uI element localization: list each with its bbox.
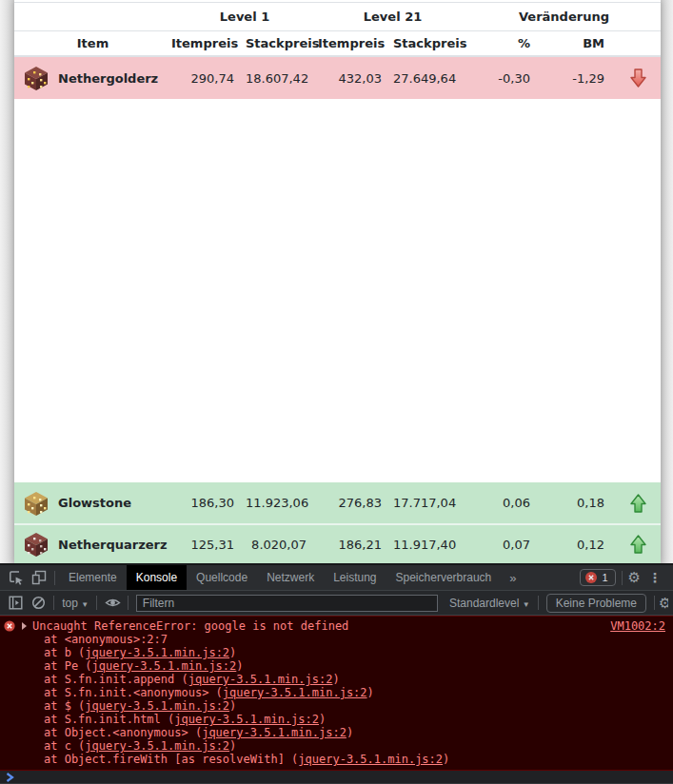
stack-source-link[interactable]: jquery-3.5.1.min.js:2 [85,739,229,753]
expand-triangle-icon[interactable] [22,622,27,630]
stackpreis-level21-value: 27.649,64 [393,71,467,86]
console-filter-input[interactable] [136,595,438,612]
error-count: 1 [602,572,607,583]
stack-frame: at Object.<anonymous> (jquery-3.5.1.min.… [0,726,673,739]
itempreis-level1-value: 125,31 [171,538,246,552]
live-expression-eye-icon[interactable] [101,591,124,616]
error-icon [4,620,15,632]
trend-arrow-icon [630,494,646,513]
group-header-veraenderung: Veränderung [467,10,661,24]
trend-arrow-icon [630,69,646,88]
divider [654,596,655,610]
stack-frame: at <anonymous>:2:7 [0,633,673,646]
clear-console-icon[interactable] [28,591,50,616]
stack-frame: at S.fn.init.append (jquery-3.5.1.min.js… [0,673,673,686]
devtools-tab-bar: ElementeKonsoleQuellcodeNetzwerkLeistung… [0,565,673,591]
settings-gear-icon[interactable]: ⚙ [628,569,641,586]
table-row: Netherquarzerz 125,31 8.020,07 186,21 11… [14,523,661,563]
item-name: Netherquarzerz [58,538,168,552]
chevron-down-icon: ▼ [81,600,89,609]
stack-source-link[interactable]: jquery-3.5.1.min.js:2 [202,726,346,739]
devtools-tab-netzwerk[interactable]: Netzwerk [257,565,324,590]
stackpreis-level21-value: 17.717,04 [393,496,467,510]
error-message-text: Uncaught ReferenceError: google is not d… [32,619,610,633]
device-toolbar-icon[interactable] [28,565,50,590]
stack-source-link[interactable]: jquery-3.5.1.min.js:2 [85,699,229,713]
percent-change-value: 0,07 [467,538,542,552]
issues-button[interactable]: Keine Probleme [546,594,646,613]
console-sidebar-toggle-icon[interactable] [5,591,28,616]
col-header-stackpreis-l1: Stackpreis [246,36,318,50]
price-table: Level 1 Level 21 Veränderung Item Itempr… [14,0,661,563]
stack-frame: at b (jquery-3.5.1.min.js:2) [0,646,673,659]
col-header-percent: % [467,36,542,50]
console-messages: Uncaught ReferenceError: google is not d… [0,616,673,784]
divider [622,571,623,585]
stack-frame: at c (jquery-3.5.1.min.js:2) [0,739,673,753]
percent-change-value: 0,06 [467,496,542,510]
webpage-area: Level 1 Level 21 Veränderung Item Itempr… [0,0,673,563]
stack-frame: at S.fn.init.html (jquery-3.5.1.min.js:2… [0,713,673,726]
table-row: Glowstone 186,30 11.923,06 276,83 17.717… [14,482,661,523]
stackpreis-level1-value: 18.607,42 [246,71,318,86]
col-header-itempreis-l1: Itempreis [171,36,246,50]
stack-frame: at $ (jquery-3.5.1.min.js:2) [0,699,673,713]
stack-source-link[interactable]: jquery-3.5.1.min.js:2 [298,753,443,766]
table-column-header-row: Item Itempreis Stackpreis Itempreis Stac… [14,31,661,57]
stack-source-link[interactable]: jquery-3.5.1.min.js:2 [92,659,237,673]
itempreis-level21-value: 276,83 [318,496,393,510]
table-row: Nethergolderz 290,74 18.607,42 432,03 27… [14,57,661,99]
devtools-tab-konsole[interactable]: Konsole [127,565,187,590]
trend-arrow-icon [630,535,646,554]
stackpreis-level21-value: 11.917,40 [393,538,467,552]
group-header-level1: Level 1 [171,10,318,24]
divider [53,596,54,610]
console-settings-gear-icon[interactable]: ⚙ [659,595,668,612]
context-selector[interactable]: top ▼ [58,597,92,610]
itempreis-level1-value: 290,74 [171,71,246,86]
devtools-tab-speicherverbrauch[interactable]: Speicherverbrauch [386,565,502,590]
divider [54,571,55,585]
itempreis-level1-value: 186,30 [171,496,246,510]
stack-frame: at Pe (jquery-3.5.1.min.js:2) [0,659,673,673]
divider [128,596,129,610]
bm-change-value: -1,29 [542,71,616,86]
item-name: Nethergolderz [58,71,158,86]
group-header-level21: Level 21 [318,10,467,24]
error-source-link[interactable]: VM1002:2 [610,619,665,633]
devtools-tab-leistung[interactable]: Leistung [324,565,386,590]
devtools-tab-elemente[interactable]: Elemente [59,565,127,590]
log-level-selector[interactable]: Standardlevel ▼ [445,597,534,610]
error-count-badge[interactable]: 1 [580,569,615,586]
itempreis-level21-value: 432,03 [318,71,393,86]
more-options-icon[interactable]: ⋮ [643,570,667,585]
devtools-panel: ElementeKonsoleQuellcodeNetzwerkLeistung… [0,563,673,784]
nether-quartz-ore-block-icon [23,531,49,558]
glowstone-block-icon [23,490,49,517]
item-name: Glowstone [58,496,131,510]
table-empty-space [14,99,661,482]
stack-source-link[interactable]: jquery-3.5.1.min.js:2 [85,646,229,659]
chevron-down-icon: ▼ [523,600,530,609]
devtools-tab-quellcode[interactable]: Quellcode [187,565,257,590]
col-header-stackpreis-l21: Stackpreis [393,36,467,50]
console-prompt[interactable] [0,771,673,784]
more-tabs-button[interactable]: » [501,571,525,585]
error-icon [585,572,597,583]
inspect-element-icon[interactable] [5,565,28,590]
percent-change-value: -0,30 [467,71,542,86]
bm-change-value: 0,18 [542,496,616,510]
stack-source-link[interactable]: jquery-3.5.1.min.js:2 [174,713,319,726]
stack-frame: at S.fn.init.<anonymous> (jquery-3.5.1.m… [0,686,673,699]
divider [538,596,539,610]
stackpreis-level1-value: 11.923,06 [246,496,318,510]
console-error-message: Uncaught ReferenceError: google is not d… [0,616,673,771]
stack-frame: at Object.fireWith [as resolveWith] (jqu… [0,753,673,766]
stack-source-link[interactable]: jquery-3.5.1.min.js:2 [188,673,333,686]
divider [96,596,97,610]
stack-source-link[interactable]: jquery-3.5.1.min.js:2 [223,686,367,699]
col-header-bm: BM [542,36,616,50]
stackpreis-level1-value: 8.020,07 [246,538,318,552]
col-header-item: Item [14,36,171,50]
prompt-chevron-icon [6,772,14,783]
